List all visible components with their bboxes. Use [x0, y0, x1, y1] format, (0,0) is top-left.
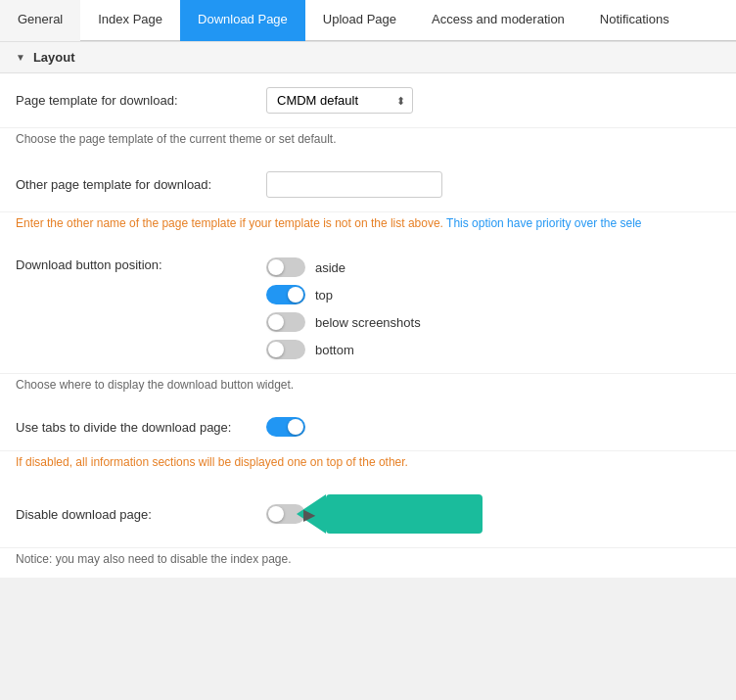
tab-upload-page[interactable]: Upload Page — [305, 0, 414, 41]
tab-notifications[interactable]: Notifications — [582, 0, 687, 41]
use-tabs-label: Use tabs to divide the download page: — [16, 420, 251, 435]
other-template-label: Other page template for download: — [16, 177, 251, 192]
page-template-select[interactable]: CMDM default Default Full Width — [266, 87, 413, 114]
toggle-knob — [268, 342, 284, 357]
toggle-knob — [268, 506, 284, 522]
tab-general[interactable]: General — [0, 0, 80, 41]
section-title: Layout — [33, 50, 75, 65]
other-template-hint-blue: This option have priority over the sele — [446, 216, 641, 230]
toggle-knob — [268, 314, 284, 330]
section-collapse-icon: ▼ — [16, 52, 25, 63]
position-top-row: top — [266, 285, 421, 304]
position-aside-row: aside — [266, 257, 421, 277]
other-template-hint: Enter the other name of the page templat… — [0, 212, 736, 242]
disable-download-page-row: Disable download page: ▶ — [0, 481, 736, 548]
page-template-hint: Choose the page template of the current … — [0, 128, 736, 158]
disable-toggle-area: ▶ — [266, 494, 483, 534]
position-below-label: below screenshots — [315, 315, 421, 330]
position-below-row: below screenshots — [266, 312, 421, 332]
use-tabs-hint-text: If disabled, all information sections wi… — [16, 455, 408, 469]
layout-section-header: ▼ Layout — [0, 41, 736, 73]
position-below-toggle[interactable] — [266, 312, 305, 332]
tab-index-page[interactable]: Index Page — [80, 0, 180, 41]
disable-page-hint: Notice: you may also need to disable the… — [0, 548, 736, 578]
tab-bar: General Index Page Download Page Upload … — [0, 0, 736, 41]
green-arrow — [326, 494, 483, 534]
use-tabs-row: Use tabs to divide the download page: — [0, 403, 736, 451]
other-template-row: Other page template for download: — [0, 158, 736, 212]
download-button-position-label: Download button position: — [16, 257, 251, 272]
position-aside-toggle[interactable] — [266, 257, 305, 277]
position-bottom-toggle[interactable] — [266, 340, 305, 359]
download-button-hint: Choose where to display the download but… — [0, 374, 736, 403]
cursor-icon: ▶ — [303, 505, 315, 524]
arrow-indicator — [326, 494, 483, 534]
toggle-knob — [288, 287, 303, 303]
use-tabs-toggle[interactable] — [266, 417, 305, 437]
content-area: ▼ Layout Page template for download: CMD… — [0, 41, 736, 578]
position-bottom-row: bottom — [266, 340, 421, 359]
position-aside-label: aside — [315, 260, 345, 275]
page-template-row: Page template for download: CMDM default… — [0, 73, 736, 128]
page-template-select-wrap: CMDM default Default Full Width ⬍ — [266, 87, 413, 114]
use-tabs-hint: If disabled, all information sections wi… — [0, 451, 736, 481]
position-top-toggle[interactable] — [266, 285, 305, 304]
position-bottom-label: bottom — [315, 343, 354, 357]
position-top-label: top — [315, 288, 333, 303]
other-template-hint-orange: Enter the other name of the page templat… — [16, 216, 443, 230]
toggle-knob — [288, 419, 303, 435]
tab-download-page[interactable]: Download Page — [180, 0, 305, 41]
toggle-knob — [268, 259, 284, 275]
disable-page-label: Disable download page: — [16, 507, 251, 522]
page-template-label: Page template for download: — [16, 93, 251, 108]
button-position-toggles: aside top below screenshots — [266, 257, 421, 359]
download-button-position-row: Download button position: aside top — [0, 242, 736, 374]
tab-access-moderation[interactable]: Access and moderation — [414, 0, 582, 41]
other-template-input[interactable] — [266, 171, 442, 198]
